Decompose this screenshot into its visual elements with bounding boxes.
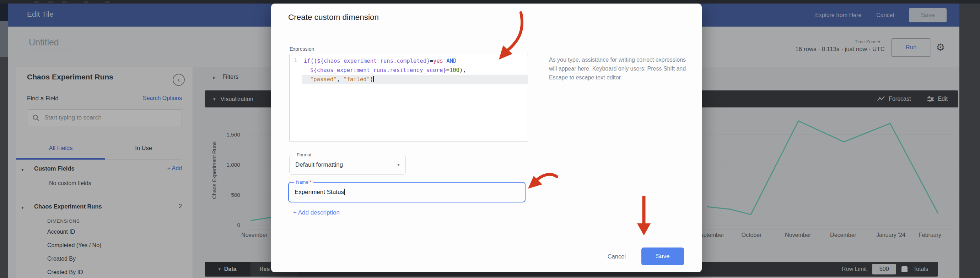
- dialog-cancel-button[interactable]: Cancel: [608, 253, 626, 260]
- add-description-link[interactable]: + Add description: [293, 209, 340, 216]
- code-line[interactable]: ${chaos_experiment_runs.resiliency_score…: [302, 66, 528, 75]
- format-select[interactable]: Format Default formatting ▾: [289, 155, 406, 175]
- code-line[interactable]: "passed", "failed"): [302, 75, 528, 84]
- dialog-save-button[interactable]: Save: [641, 248, 684, 265]
- line-number: 1: [290, 54, 302, 142]
- required-asterisk: *: [310, 179, 311, 185]
- text-cursor: [344, 189, 345, 195]
- name-input-field[interactable]: Name * Experiment Status: [288, 182, 525, 202]
- format-label: Format: [294, 152, 313, 158]
- name-value: Experiment Status: [294, 189, 345, 196]
- expression-code[interactable]: if((${chaos_experiment_runs.completed}=y…: [302, 54, 528, 142]
- dialog-footer: Cancel Save: [271, 248, 684, 265]
- create-custom-dimension-dialog: Create custom dimension Expression 1 if(…: [271, 3, 702, 272]
- screen: Edit Tile Explore from Here Cancel Save …: [0, 0, 980, 278]
- dialog-title: Create custom dimension: [288, 13, 379, 22]
- editor-help-text: As you type, assistance for writing corr…: [549, 55, 694, 82]
- format-value: Default formatting: [295, 161, 343, 168]
- code-line[interactable]: if((${chaos_experiment_runs.completed}=y…: [302, 56, 528, 66]
- expression-code-editor[interactable]: 1 if((${chaos_experiment_runs.completed}…: [289, 54, 528, 142]
- expression-label: Expression: [290, 46, 314, 52]
- chevron-down-icon: ▾: [397, 162, 400, 167]
- name-label: Name *: [294, 179, 313, 185]
